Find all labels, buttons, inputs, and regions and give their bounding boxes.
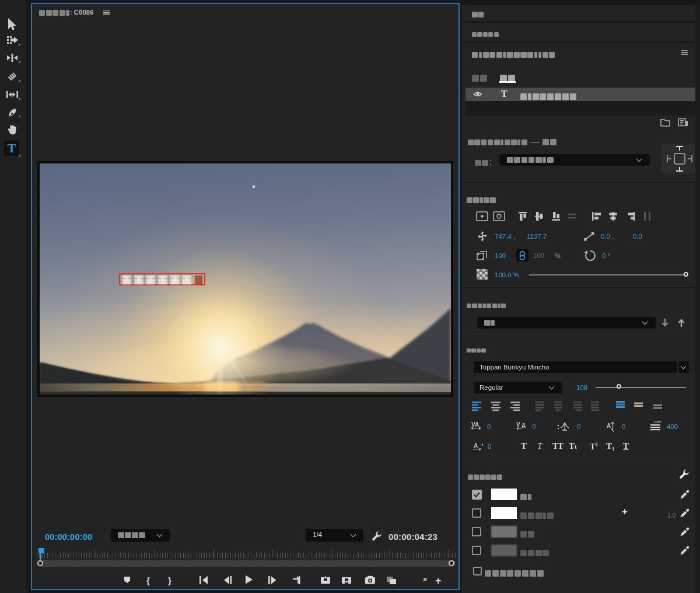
svg-text:A: A <box>522 423 526 429</box>
svg-text:A: A <box>607 423 611 429</box>
svg-text:{: { <box>146 575 150 585</box>
svg-text:}: } <box>168 575 172 585</box>
svg-text:V: V <box>516 421 520 428</box>
svg-text:VA: VA <box>471 421 479 428</box>
svg-text:»: » <box>423 574 427 583</box>
